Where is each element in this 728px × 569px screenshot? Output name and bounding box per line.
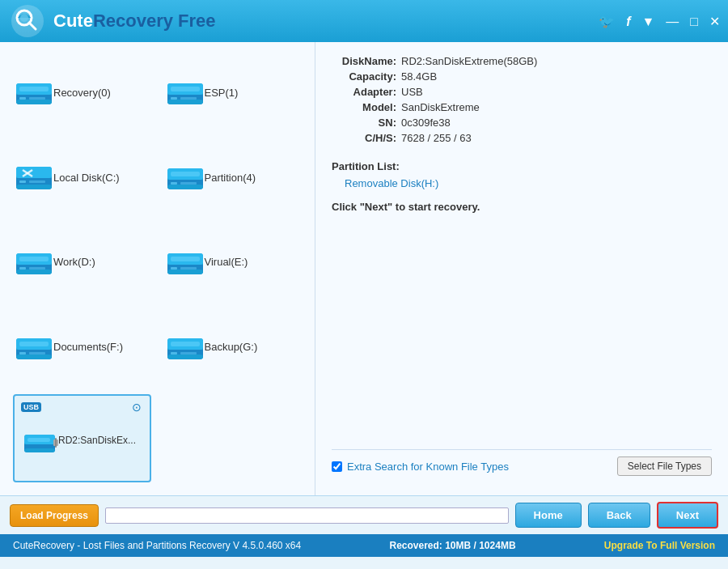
svg-rect-31 bbox=[171, 182, 177, 185]
app-logo bbox=[10, 3, 45, 39]
titlebar: CuteRecovery Free 🐦 f ▼ — □ ✕ bbox=[0, 0, 728, 42]
drive-item-partition4[interactable]: Partition(4) bbox=[158, 135, 309, 220]
svg-rect-58 bbox=[167, 355, 203, 359]
value-chs: 7628 / 255 / 63 bbox=[401, 132, 472, 144]
home-button[interactable]: Home bbox=[515, 503, 582, 528]
drive-label-backupG: Backup(G:) bbox=[205, 341, 258, 353]
drive-label-partition4: Partition(4) bbox=[205, 172, 256, 184]
label-capacity: Capacity: bbox=[332, 70, 396, 83]
info-row-chs: C/H/S: 7628 / 255 / 63 bbox=[332, 132, 712, 144]
hdd-icon-work bbox=[15, 247, 53, 278]
svg-rect-30 bbox=[167, 185, 203, 189]
main-area: Recovery(0) ESP(1) bbox=[0, 42, 728, 495]
label-chs: C/H/S: bbox=[332, 132, 396, 144]
usb-drive-icon bbox=[23, 427, 58, 456]
drive-item-usb[interactable]: USB ⊙ RD2:SanDiskEx... bbox=[13, 394, 151, 482]
svg-rect-6 bbox=[19, 87, 49, 91]
back-button[interactable]: Back bbox=[588, 503, 650, 528]
svg-rect-67 bbox=[55, 438, 57, 448]
extra-search-checkbox[interactable] bbox=[332, 461, 342, 472]
label-diskname: DiskName: bbox=[332, 55, 396, 67]
info-row-sn: SN: 0c309fe38 bbox=[332, 117, 712, 129]
minimize-icon[interactable]: — bbox=[666, 14, 679, 28]
svg-point-3 bbox=[20, 14, 28, 22]
svg-rect-63 bbox=[28, 438, 50, 442]
info-row-capacity: Capacity: 58.4GB bbox=[332, 70, 712, 83]
select-file-types-button[interactable]: Select File Types bbox=[617, 456, 712, 476]
usb-badge: USB bbox=[21, 402, 41, 412]
drive-label-esp: ESP(1) bbox=[205, 87, 239, 99]
svg-rect-38 bbox=[19, 267, 26, 270]
drive-item-recovery[interactable]: Recovery(0) bbox=[6, 50, 158, 135]
svg-rect-16 bbox=[171, 97, 177, 100]
hdd-icon-virual bbox=[166, 247, 205, 278]
partition-list-item: Removable Disk(H:) bbox=[345, 177, 712, 189]
drive-label-workD: Work(D:) bbox=[53, 256, 95, 268]
svg-rect-42 bbox=[171, 257, 200, 261]
svg-rect-53 bbox=[29, 352, 45, 355]
drive-label-virualE: Virual(E:) bbox=[205, 256, 248, 268]
drive-item-workD[interactable]: Work(D:) bbox=[6, 220, 158, 305]
extra-search-row: Extra Search for Known File Types Select… bbox=[332, 449, 712, 482]
partition-list-title: Partition List: bbox=[332, 160, 712, 172]
drive-label-recovery: Recovery(0) bbox=[53, 87, 111, 99]
svg-rect-35 bbox=[19, 257, 49, 261]
status-bar: CuteRecovery - Lost Files and Partitions… bbox=[0, 534, 728, 557]
drive-item-documentsF[interactable]: Documents(F:) bbox=[6, 304, 158, 389]
info-row-diskname: DiskName: RD2:SanDiskExtreme(58GB) bbox=[332, 55, 712, 67]
svg-rect-56 bbox=[171, 342, 200, 346]
drive-item-localC[interactable]: Local Disk(C:) bbox=[6, 135, 158, 220]
svg-rect-49 bbox=[19, 342, 49, 346]
hdd-icon bbox=[15, 77, 53, 108]
svg-rect-23 bbox=[16, 185, 52, 189]
drive-label-localC: Local Disk(C:) bbox=[53, 172, 120, 184]
svg-point-0 bbox=[11, 5, 44, 37]
svg-rect-45 bbox=[171, 267, 177, 270]
hdd-icon-partition bbox=[166, 162, 205, 193]
svg-rect-37 bbox=[16, 270, 52, 274]
status-upgrade[interactable]: Upgrade To Full Version bbox=[604, 540, 715, 551]
label-model: Model: bbox=[332, 101, 396, 113]
local-disk-icon bbox=[15, 162, 53, 193]
window-controls[interactable]: 🐦 f ▼ — □ ✕ bbox=[599, 14, 720, 29]
usb-radio-icon: ⊙ bbox=[132, 401, 142, 414]
info-row-model: Model: SanDiskExtreme bbox=[332, 101, 712, 113]
svg-rect-52 bbox=[19, 352, 26, 355]
svg-rect-24 bbox=[19, 180, 26, 183]
hdd-icon-docs bbox=[15, 332, 53, 363]
svg-rect-10 bbox=[29, 97, 45, 100]
drive-list: Recovery(0) ESP(1) bbox=[0, 42, 315, 495]
value-diskname: RD2:SanDiskExtreme(58GB) bbox=[401, 55, 537, 67]
value-model: SanDiskExtreme bbox=[401, 101, 480, 113]
menu-icon[interactable]: ▼ bbox=[641, 14, 654, 28]
svg-rect-59 bbox=[171, 352, 177, 355]
next-button[interactable]: Next bbox=[657, 502, 718, 529]
label-adapter: Adapter: bbox=[332, 86, 396, 98]
click-next-instruction: Click "Next" to start recovery. bbox=[332, 201, 712, 213]
close-icon[interactable]: ✕ bbox=[709, 14, 720, 29]
svg-rect-25 bbox=[29, 180, 45, 183]
twitter-icon[interactable]: 🐦 bbox=[599, 14, 615, 29]
label-sn: SN: bbox=[332, 117, 396, 129]
svg-rect-65 bbox=[24, 448, 55, 452]
svg-rect-9 bbox=[19, 97, 26, 100]
svg-rect-32 bbox=[180, 182, 197, 185]
load-progress-button[interactable]: Load Progress bbox=[10, 504, 99, 527]
svg-rect-44 bbox=[167, 270, 203, 274]
usb-drive-label: RD2:SanDiskEx... bbox=[58, 435, 136, 446]
drive-item-backupG[interactable]: Backup(G:) bbox=[158, 304, 309, 389]
maximize-icon[interactable]: □ bbox=[690, 14, 698, 28]
facebook-icon[interactable]: f bbox=[626, 14, 630, 28]
extra-search-left: Extra Search for Known File Types bbox=[332, 461, 509, 473]
hdd-icon-backup bbox=[166, 332, 205, 363]
svg-rect-28 bbox=[171, 172, 200, 176]
disk-info-panel: DiskName: RD2:SanDiskExtreme(58GB) Capac… bbox=[315, 42, 728, 495]
svg-rect-15 bbox=[167, 100, 203, 104]
value-capacity: 58.4GB bbox=[401, 70, 437, 83]
svg-rect-39 bbox=[29, 267, 45, 270]
drive-item-esp[interactable]: ESP(1) bbox=[158, 50, 309, 135]
svg-rect-13 bbox=[171, 87, 200, 91]
drive-item-virualE[interactable]: Virual(E:) bbox=[158, 220, 309, 305]
value-sn: 0c309fe38 bbox=[401, 117, 451, 129]
svg-rect-51 bbox=[16, 355, 52, 359]
